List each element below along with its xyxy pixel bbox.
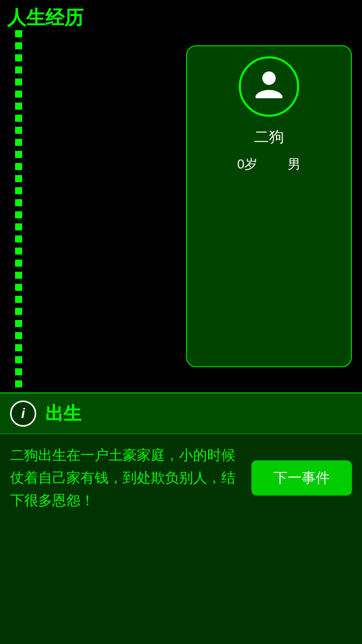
event-panel: i 出生 二狗出生在一户土豪家庭，小的时候仗着自己家有钱，到处欺负别人，结下很多… <box>0 392 362 644</box>
svg-point-0 <box>262 71 276 85</box>
profile-card: 二狗 0岁 男 <box>186 45 352 367</box>
avatar <box>239 56 299 117</box>
event-title: 出生 <box>45 401 81 426</box>
character-gender: 男 <box>288 155 301 173</box>
event-body: 二狗出生在一户土豪家庭，小的时候仗着自己家有钱，到处欺负别人，结下很多恩怨！ 下… <box>0 434 362 520</box>
next-event-button[interactable]: 下一事件 <box>251 460 352 496</box>
character-age: 0岁 <box>237 155 257 173</box>
character-name: 二狗 <box>254 127 284 147</box>
page-title: 人生经历 <box>7 5 83 31</box>
person-svg <box>249 66 289 107</box>
timeline-dots <box>15 30 22 382</box>
event-description: 二狗出生在一户土豪家庭，小的时候仗着自己家有钱，到处欺负别人，结下很多恩怨！ <box>10 444 241 512</box>
info-circle: i <box>10 400 36 427</box>
event-header: i 出生 <box>0 393 362 434</box>
info-icon: i <box>21 406 25 422</box>
character-info: 0岁 男 <box>237 155 301 173</box>
